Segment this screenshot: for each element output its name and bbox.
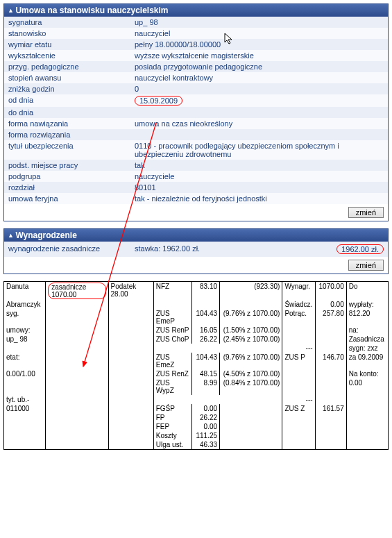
- cell: [315, 344, 346, 353]
- cell: 104.43: [191, 353, 219, 369]
- cell: tyt. ub.-: [4, 395, 46, 404]
- cursor-icon: [224, 33, 234, 48]
- zasadnicze-label: zasadnicze 1070.00: [46, 282, 108, 301]
- cell: ZUS Z: [282, 404, 315, 413]
- cell: [46, 335, 108, 344]
- umowa-kv-table: sygnaturaup_ 98stanowiskonauczycielwymia…: [4, 17, 388, 204]
- kv-value: [130, 107, 388, 118]
- cell: [220, 422, 282, 431]
- cell: [315, 395, 346, 404]
- cell: (2.45% z 1070.00): [220, 335, 282, 344]
- calc-table: Danutazasadnicze 1070.00Podatek 28.00NFZ…: [3, 281, 389, 450]
- wynagrodzenie-change-button[interactable]: zmień: [348, 260, 384, 271]
- kv-key: umowa feryjna: [4, 193, 130, 204]
- kv-value: 0: [130, 83, 388, 94]
- cell: [4, 344, 46, 353]
- kv-key: zniżka godzin: [4, 83, 130, 94]
- cell: (1.50% z 1070.00): [220, 326, 282, 335]
- cell: [46, 353, 108, 369]
- cell: 8.99: [191, 378, 219, 395]
- cell: 0.00: [346, 378, 388, 395]
- cell: [346, 395, 388, 404]
- wynagrodzenie-stawka: stawka: 1962.00 zł.: [130, 242, 278, 257]
- wynagr-label: Wynagr.: [282, 282, 315, 301]
- cell: [108, 413, 153, 422]
- cell: [315, 422, 346, 431]
- cell: [346, 404, 388, 413]
- kv-value: 80101: [130, 182, 388, 193]
- cell: [282, 413, 315, 422]
- cell: [315, 326, 346, 335]
- cell: wypłaty:: [346, 300, 388, 309]
- kv-value: nauczyciel: [130, 28, 388, 39]
- cell: ---: [282, 344, 315, 353]
- kv-value: nauczyciel kontraktowy: [130, 72, 388, 83]
- cell: [4, 431, 46, 440]
- kv-key: stanowisko: [4, 28, 130, 39]
- cell: [108, 440, 153, 450]
- cell: ZUS P: [282, 353, 315, 369]
- cell: [108, 335, 153, 344]
- cell: [153, 395, 282, 404]
- cell: 26.22: [191, 335, 219, 344]
- kv-value: up_ 98: [130, 17, 388, 28]
- cell: etat:: [4, 353, 46, 369]
- kv-key: podgrupa: [4, 171, 130, 182]
- cell: syg.: [4, 309, 46, 326]
- cell: na:: [346, 326, 388, 335]
- cell: [346, 422, 388, 431]
- cell: [46, 378, 108, 395]
- cell: [282, 431, 315, 440]
- cell: (9.76% z 1070.00): [220, 309, 282, 326]
- cell: [108, 309, 153, 326]
- wynagrodzenie-key: wynagrodzenie zasadnicze: [4, 242, 130, 257]
- cell: 161.57: [315, 404, 346, 413]
- cell: [4, 378, 46, 395]
- cell: [4, 422, 46, 431]
- dowyp: Do: [346, 282, 388, 301]
- cell: [46, 440, 108, 450]
- cell: ZUS RenP: [153, 326, 191, 335]
- cell: [282, 369, 315, 378]
- cell: 0.00: [191, 404, 219, 413]
- cell: [315, 369, 346, 378]
- cell: [282, 335, 315, 344]
- wynagrodzenie-header[interactable]: Wynagrodzenie: [4, 229, 388, 242]
- kv-value: tak: [130, 160, 388, 171]
- cell: (0.84% z 1070.00): [220, 378, 282, 395]
- kv-value: 15.09.2009: [130, 94, 388, 107]
- cell: [108, 344, 153, 353]
- cell: Ulga ust.: [153, 440, 191, 450]
- cell: [46, 395, 108, 404]
- umowa-header[interactable]: Umowa na stanowisku nauczycielskim: [4, 4, 388, 17]
- kv-key: forma nawiązania: [4, 118, 130, 129]
- kv-key: forma rozwiązania: [4, 129, 130, 140]
- cell: ---: [282, 395, 315, 404]
- cell: [346, 440, 388, 450]
- cell: 46.33: [191, 440, 219, 450]
- umowa-panel: Umowa na stanowisku nauczycielskim sygna…: [3, 3, 389, 221]
- cell: umowy:: [4, 326, 46, 335]
- kv-value: umowa na czas nieokreślony: [130, 118, 388, 129]
- umowa-change-button[interactable]: zmień: [348, 207, 384, 218]
- kv-value: pełny 18.00000/18.00000: [130, 39, 388, 50]
- kv-key: do dnia: [4, 107, 130, 118]
- kv-value: [130, 129, 388, 140]
- cell: up_ 98: [4, 335, 46, 344]
- cell: 011000: [4, 404, 46, 413]
- cell: 0.00: [315, 300, 346, 309]
- cell: Abramczyk: [4, 300, 46, 309]
- cell: [46, 431, 108, 440]
- kv-key: od dnia: [4, 94, 130, 107]
- cell: [315, 413, 346, 422]
- cell: [46, 300, 108, 309]
- cell: [46, 344, 108, 353]
- cell: ZUS EmeP: [153, 309, 191, 326]
- cell: ZUS EmeZ: [153, 353, 191, 369]
- cell: FEP: [153, 422, 191, 431]
- cell: [4, 413, 46, 422]
- cell: [220, 440, 282, 450]
- cell: [191, 300, 219, 309]
- cell: [282, 326, 315, 335]
- cell: sygn: zxz: [346, 344, 388, 353]
